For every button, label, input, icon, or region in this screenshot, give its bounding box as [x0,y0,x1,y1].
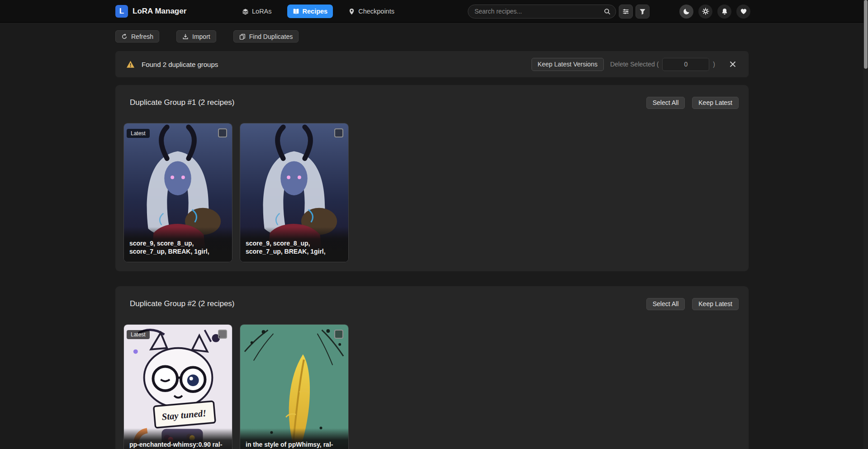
select-all-button[interactable]: Select All [646,298,685,310]
theme-toggle-button[interactable] [679,5,693,19]
settings-button[interactable] [698,5,712,19]
find-duplicates-label: Find Duplicates [249,33,293,40]
keep-latest-versions-button[interactable]: Keep Latest Versions [531,58,604,71]
recipe-card[interactable]: Latest score_9, score_8_up, score_7_up, … [123,123,232,262]
delete-selected-control[interactable]: Delete Selected ( ) [610,58,715,71]
search-input[interactable] [468,5,616,19]
select-all-button[interactable]: Select All [646,97,685,109]
latest-badge: Latest [127,129,150,138]
app-title: LoRA Manager [133,7,186,16]
import-label: Import [192,33,210,40]
card-checkbox[interactable] [218,128,227,137]
refresh-icon [121,33,128,40]
favorites-button[interactable] [736,5,750,19]
nav-tab-label: Checkpoints [358,8,394,15]
gear-icon [702,8,709,15]
import-button[interactable]: Import [176,30,216,43]
latest-badge: Latest [127,330,150,339]
nav-tab-recipes[interactable]: Recipes [287,5,333,18]
find-duplicates-button[interactable]: Find Duplicates [233,30,299,43]
app-brand[interactable]: L LoRA Manager [115,5,237,18]
nav-tab-label: LoRAs [252,8,272,15]
moon-icon [683,8,690,15]
filter-button[interactable] [636,5,650,19]
nav-tab-label: Recipes [303,8,328,15]
group-title: Duplicate Group #2 (2 recipes) [130,299,235,308]
recipe-caption: score_9, score_8_up, score_7_up, BREAK, … [240,227,348,262]
sliders-icon [622,8,629,15]
header-actions [679,5,750,19]
layers-icon [242,8,249,15]
card-checkbox[interactable] [334,128,343,137]
refresh-label: Refresh [131,33,153,40]
warning-icon [126,60,135,69]
sort-options-button[interactable] [619,5,633,19]
toolbar: Refresh Import Find Duplicates [115,30,749,43]
funnel-icon [639,8,646,15]
card-checkbox[interactable] [334,330,343,339]
delete-selected-prefix: Delete Selected ( [610,61,659,68]
search-icon[interactable] [604,8,611,15]
recipe-card[interactable]: Stay tuned! Latest [123,324,232,449]
duplicates-alert: Found 2 duplicate groups Keep Latest Ver… [115,51,749,77]
keep-latest-button[interactable]: Keep Latest [692,97,739,109]
app-header: L LoRA Manager LoRAs [0,0,868,23]
page: L LoRA Manager LoRAs [0,0,868,449]
refresh-button[interactable]: Refresh [115,30,159,43]
group-title: Duplicate Group #1 (2 recipes) [130,98,235,107]
search-group [468,5,650,19]
main-nav: LoRAs Recipes Checkpoints [237,5,400,18]
delete-count-input[interactable] [662,58,709,71]
duplicate-group-2: Duplicate Group #2 (2 recipes) Select Al… [115,286,749,449]
scrollbar-thumb[interactable] [864,0,868,69]
app-logo-icon: L [115,5,128,18]
bell-icon [721,8,728,15]
recipe-caption: in the style of ppWhimsy, ral-frctlgmtry… [240,428,348,449]
copy-icon [239,33,246,40]
recipe-caption: score_9, score_8_up, score_7_up, BREAK, … [124,227,232,262]
recipe-caption: pp-enchanted-whimsy:0.90 ral-frctlgmtry_… [124,428,232,449]
map-pin-icon [348,8,355,15]
notifications-button[interactable] [717,5,731,19]
book-icon [293,8,299,15]
delete-selected-suffix: ) [713,61,715,68]
close-icon [730,61,736,67]
nav-tab-checkpoints[interactable]: Checkpoints [343,5,400,18]
alert-message: Found 2 duplicate groups [142,61,218,68]
keep-latest-button[interactable]: Keep Latest [692,298,739,310]
duplicate-group-1: Duplicate Group #1 (2 recipes) Select Al… [115,85,749,271]
close-alert-button[interactable] [728,59,738,69]
recipe-card[interactable]: score_9, score_8_up, score_7_up, BREAK, … [240,123,349,262]
card-checkbox[interactable] [218,330,227,339]
import-icon [182,33,189,40]
recipe-card[interactable]: in the style of ppWhimsy, ral-frctlgmtry… [240,324,349,449]
nav-tab-loras[interactable]: LoRAs [237,5,277,18]
scrollbar-track[interactable] [863,0,868,449]
heart-icon [740,8,747,15]
